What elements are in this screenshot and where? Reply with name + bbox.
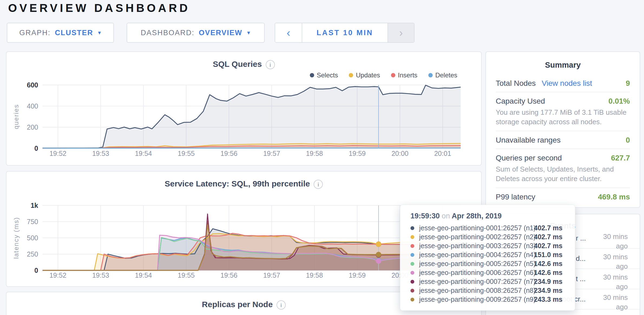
tooltip-rows: jesse-geo-partitioning-0001:26257 (n1)40… bbox=[410, 224, 567, 304]
event-timestamp: 30 mins ago bbox=[599, 289, 640, 309]
summary-label: Total Nodes bbox=[496, 79, 536, 88]
svg-text:600: 600 bbox=[27, 81, 38, 89]
graph-dropdown-label: GRAPH: bbox=[19, 29, 51, 37]
summary-label: Capacity Used bbox=[496, 97, 545, 106]
time-range-label[interactable]: LAST 10 MIN bbox=[302, 23, 387, 42]
summary-rows: Total NodesView nodes list9Capacity Used… bbox=[496, 74, 630, 205]
tooltip-node-name: jesse-geo-partitioning-0004:26257 (n4) bbox=[419, 251, 534, 259]
tooltip-node-name: jesse-geo-partitioning-0008:26257 (n8) bbox=[419, 287, 534, 294]
svg-text:queries: queries bbox=[12, 104, 20, 129]
dashboard-dropdown-value: OVERVIEW bbox=[199, 29, 242, 37]
time-prev-button[interactable]: ‹ bbox=[275, 23, 302, 42]
chevron-right-icon: › bbox=[399, 27, 403, 39]
tooltip-row: jesse-geo-partitioning-0004:26257 (n4)15… bbox=[410, 250, 567, 259]
series-color-dot bbox=[410, 280, 414, 284]
summary-label: Unavailable ranges bbox=[496, 136, 561, 145]
series-color-dot bbox=[410, 226, 414, 230]
dashboard-dropdown[interactable]: DASHBOARD: OVERVIEW ▾ bbox=[127, 23, 265, 43]
summary-panel: Summary Total NodesView nodes list9Capac… bbox=[485, 51, 640, 208]
tooltip-row: jesse-geo-partitioning-0006:26257 (n6)14… bbox=[410, 268, 567, 277]
tooltip-node-name: jesse-geo-partitioning-0003:26257 (n3) bbox=[419, 242, 534, 250]
summary-value: 469.8 ms bbox=[598, 193, 630, 201]
svg-text:400: 400 bbox=[27, 102, 38, 110]
svg-text:19:53: 19:53 bbox=[92, 271, 109, 279]
svg-text:20:00: 20:00 bbox=[392, 150, 409, 157]
graph-dropdown[interactable]: GRAPH: CLUSTER ▾ bbox=[7, 23, 114, 43]
svg-text:200: 200 bbox=[27, 123, 38, 131]
svg-text:1k: 1k bbox=[31, 202, 38, 209]
event-timestamp: 30 mins ago bbox=[599, 249, 640, 268]
svg-text:19:58: 19:58 bbox=[306, 150, 323, 157]
chevron-down-icon: ▾ bbox=[98, 29, 101, 36]
time-range-picker: ‹ LAST 10 MIN › bbox=[275, 23, 415, 43]
series-color-dot bbox=[410, 235, 414, 239]
summary-subtext: You are using 177.7 MiB of 3.1 TiB usabl… bbox=[496, 108, 630, 127]
summary-title: Summary bbox=[496, 52, 630, 70]
tooltip-node-value: 142.6 ms bbox=[534, 260, 563, 268]
tooltip-row: jesse-geo-partitioning-0009:26257 (n9)24… bbox=[410, 295, 567, 304]
svg-text:0: 0 bbox=[34, 145, 38, 152]
info-icon[interactable]: i bbox=[277, 300, 286, 310]
series-color-dot bbox=[410, 244, 414, 248]
tooltip-node-value: 402.7 ms bbox=[534, 233, 563, 241]
tooltip-node-value: 142.6 ms bbox=[534, 269, 563, 277]
replicas-per-node-title-text: Replicas per Node bbox=[202, 300, 273, 309]
tooltip-row: jesse-geo-partitioning-0002:26257 (n2)40… bbox=[410, 232, 567, 241]
sql-queries-chart[interactable]: 19:5219:5319:5419:5519:5619:5719:5819:59… bbox=[6, 52, 481, 165]
tooltip-on: on bbox=[442, 212, 450, 220]
tooltip-row: jesse-geo-partitioning-0007:26257 (n7)23… bbox=[410, 277, 567, 286]
svg-text:19:59: 19:59 bbox=[349, 271, 366, 279]
svg-text:750: 750 bbox=[27, 218, 38, 225]
summary-row: P99 latency469.8 ms bbox=[496, 188, 630, 205]
page-title: OVERVIEW DASHBOARD bbox=[8, 2, 190, 15]
series-color-dot bbox=[410, 298, 414, 301]
summary-value: 627.7 bbox=[611, 154, 630, 162]
svg-text:19:55: 19:55 bbox=[178, 271, 195, 279]
tooltip-node-value: 234.9 ms bbox=[534, 278, 563, 286]
summary-subtext: Sum of Selects, Updates, Inserts, and De… bbox=[496, 165, 630, 183]
svg-text:19:59: 19:59 bbox=[349, 150, 366, 157]
tooltip-row: jesse-geo-partitioning-0005:26257 (n5)14… bbox=[410, 259, 567, 268]
summary-value: 9 bbox=[626, 79, 630, 88]
svg-text:250: 250 bbox=[27, 250, 38, 258]
chevron-down-icon: ▾ bbox=[247, 29, 251, 36]
tooltip-row: jesse-geo-partitioning-0008:26257 (n8)23… bbox=[410, 286, 567, 295]
svg-text:500: 500 bbox=[27, 234, 38, 242]
tooltip-node-name: jesse-geo-partitioning-0006:26257 (n6) bbox=[419, 269, 534, 277]
tooltip-node-value: 402.7 ms bbox=[534, 242, 563, 250]
svg-text:19:56: 19:56 bbox=[221, 150, 238, 157]
chevron-left-icon: ‹ bbox=[287, 27, 290, 39]
series-color-dot bbox=[410, 271, 414, 275]
tooltip-date: Apr 28th, 2019 bbox=[452, 212, 502, 220]
summary-row: Queries per second627.7Sum of Selects, U… bbox=[496, 149, 630, 188]
tooltip-node-value: 151.0 ms bbox=[534, 251, 563, 259]
tooltip-node-name: jesse-geo-partitioning-0007:26257 (n7) bbox=[419, 278, 534, 286]
tooltip-node-value: 234.9 ms bbox=[534, 287, 563, 294]
tooltip-timestamp: 19:59:30 on Apr 28th, 2019 bbox=[410, 212, 567, 220]
svg-text:20:01: 20:01 bbox=[434, 150, 451, 157]
svg-text:0: 0 bbox=[34, 267, 38, 274]
svg-text:19:56: 19:56 bbox=[221, 271, 238, 279]
tooltip-row: jesse-geo-partitioning-0001:26257 (n1)40… bbox=[410, 224, 567, 232]
tooltip-node-value: 243.3 ms bbox=[534, 296, 563, 303]
tooltip-node-name: jesse-geo-partitioning-0005:26257 (n5) bbox=[419, 260, 534, 268]
svg-text:19:52: 19:52 bbox=[50, 271, 67, 279]
svg-text:19:55: 19:55 bbox=[178, 150, 195, 157]
series-color-dot bbox=[410, 289, 414, 293]
tooltip-node-name: jesse-geo-partitioning-0001:26257 (n1) bbox=[419, 224, 534, 232]
time-next-button[interactable]: › bbox=[387, 23, 414, 42]
tooltip-node-name: jesse-geo-partitioning-0009:26257 (n9) bbox=[419, 296, 534, 303]
svg-text:latency (ms): latency (ms) bbox=[12, 217, 20, 259]
tooltip-node-value: 402.7 ms bbox=[534, 224, 563, 232]
series-color-dot bbox=[410, 262, 414, 266]
svg-text:19:57: 19:57 bbox=[263, 271, 280, 279]
svg-text:19:53: 19:53 bbox=[92, 150, 109, 157]
summary-label: P99 latency bbox=[496, 193, 535, 201]
summary-row: Unavailable ranges0 bbox=[496, 131, 630, 149]
svg-text:19:54: 19:54 bbox=[135, 150, 152, 157]
view-nodes-list-link[interactable]: View nodes list bbox=[542, 79, 592, 88]
series-color-dot bbox=[410, 253, 414, 257]
chart-hover-tooltip: 19:59:30 on Apr 28th, 2019 jesse-geo-par… bbox=[400, 205, 575, 311]
svg-text:19:52: 19:52 bbox=[50, 150, 67, 157]
event-timestamp: 30 mins ago bbox=[599, 228, 640, 248]
